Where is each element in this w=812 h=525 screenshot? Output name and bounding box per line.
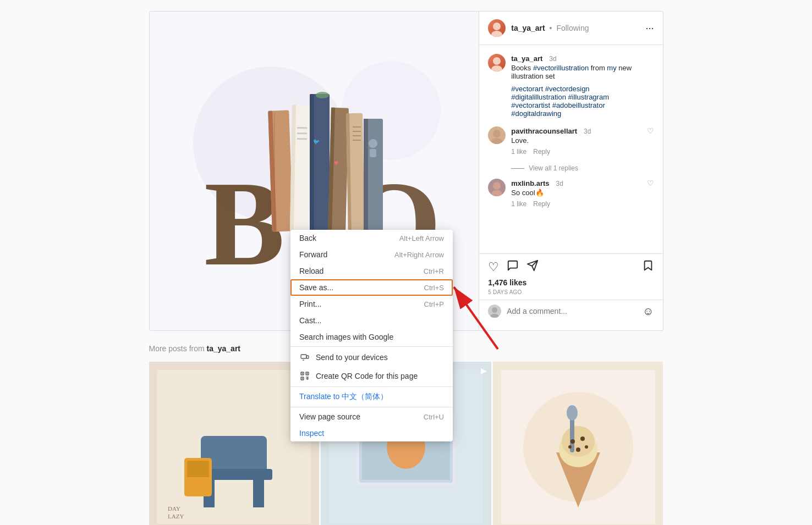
comment-1-likes: 1 like [511, 148, 526, 156]
hashtag-digital[interactable]: #digitalillustration [511, 93, 566, 101]
create-qr-icon [299, 371, 310, 382]
hashtag-dogitaldrawing[interactable]: #dogitaldrawing [511, 109, 561, 118]
hashtag-adobeillustrator[interactable]: #adobeillustrator [552, 101, 605, 109]
view-replies-label[interactable]: View all 1 replies [529, 164, 578, 172]
context-menu-save-as[interactable]: Save as... Ctrl+S [290, 279, 453, 296]
main-post-comment: ta_ya_art 3d Books #vectorillustration f… [488, 54, 654, 118]
svg-point-30 [493, 23, 501, 30]
post-sidebar: ta_ya_art • Following ··· ta_ya_art 3d [479, 12, 662, 330]
like-button[interactable]: ♡ [488, 260, 499, 274]
svg-rect-12 [297, 138, 307, 140]
svg-point-29 [316, 92, 329, 98]
svg-point-68 [570, 439, 575, 444]
hashtag-vectorartist[interactable]: #vectorartist [511, 101, 550, 109]
context-print-label: Print... [299, 300, 424, 308]
svg-text:LAZY: LAZY [168, 513, 184, 520]
add-comment-area: ☺ [479, 300, 662, 322]
context-menu-inspect[interactable]: Inspect [290, 425, 453, 441]
svg-rect-80 [307, 373, 308, 374]
context-reload-shortcut: Ctrl+R [424, 267, 444, 275]
comment-1-actions: 1 like Reply [511, 148, 646, 156]
header-user-info: ta_ya_art • Following [511, 24, 589, 32]
svg-point-37 [491, 190, 502, 196]
comments-area[interactable]: ta_ya_art 3d Books #vectorillustration f… [479, 45, 662, 254]
context-menu-reload[interactable]: Reload Ctrl+R [290, 263, 453, 279]
main-comment-hashtags: #vectorart #vectordesign #digitalillustr… [511, 85, 654, 118]
svg-point-67 [567, 405, 578, 421]
context-forward-label: Forward [299, 250, 394, 259]
comment-1-text: Love. [511, 136, 646, 145]
svg-point-40 [492, 307, 497, 313]
svg-rect-81 [302, 378, 303, 379]
share-button[interactable] [526, 259, 539, 275]
svg-rect-46 [253, 480, 264, 507]
post-time: 5 DAYS AGO [479, 289, 662, 300]
context-save-as-shortcut: Ctrl+S [424, 284, 444, 292]
svg-point-32 [493, 57, 501, 65]
main-comment-username[interactable]: ta_ya_art [511, 54, 542, 63]
svg-point-27 [369, 139, 377, 148]
view-all-replies[interactable]: View all 1 replies [511, 164, 654, 172]
more-posts-username[interactable]: ta_ya_art [207, 344, 241, 353]
svg-point-41 [490, 314, 499, 318]
comment-button[interactable] [507, 259, 519, 275]
context-menu-translate[interactable]: Translate to 中文（简体） [290, 388, 453, 406]
comment-2-reply-btn[interactable]: Reply [533, 200, 550, 208]
emoji-button[interactable]: ☺ [643, 305, 654, 318]
context-menu-forward[interactable]: Forward Alt+Right Arrow [290, 246, 453, 263]
comment-2-username[interactable]: mxlinb.arts [511, 179, 549, 187]
svg-point-35 [491, 138, 502, 144]
context-cast-label: Cast... [299, 316, 444, 325]
context-menu[interactable]: Back Alt+Left Arrow Forward Alt+Right Ar… [290, 230, 453, 441]
comment-1-username[interactable]: pavithracounsellart [511, 127, 577, 135]
hashtag-vectorillustration[interactable]: #vectorillustration [533, 64, 589, 72]
header-following[interactable]: Following [556, 24, 589, 32]
comment-2-likes: 1 like [511, 200, 526, 208]
context-back-label: Back [299, 234, 399, 242]
context-view-source-shortcut: Ctrl+U [424, 413, 444, 421]
header-username[interactable]: ta_ya_art [511, 24, 545, 32]
svg-rect-73 [301, 355, 306, 358]
comment-2: mxlinb.arts 3d So cool🔥 1 like Reply ♡ [488, 179, 654, 208]
comment-1-reply-btn[interactable]: Reply [533, 148, 550, 156]
comment-2-content: mxlinb.arts 3d So cool🔥 1 like Reply [511, 179, 646, 208]
context-menu-view-source[interactable]: View page source Ctrl+U [290, 408, 453, 425]
context-menu-cast[interactable]: Cast... [290, 312, 453, 329]
post-author-avatar [488, 54, 506, 71]
comment-input[interactable] [507, 307, 643, 316]
likes-count: 1,476 likes [479, 278, 662, 289]
svg-point-34 [493, 130, 501, 137]
more-options-button[interactable]: ··· [645, 23, 654, 33]
context-menu-print[interactable]: Print... Ctrl+P [290, 296, 453, 312]
hashtag-illustragram[interactable]: #illustragram [568, 93, 609, 101]
context-view-source-label: View page source [299, 412, 424, 421]
more-post-thumb-3[interactable] [493, 362, 663, 525]
context-menu-search-images[interactable]: Search images with Google [290, 329, 453, 345]
context-save-as-label: Save as... [299, 283, 424, 292]
context-forward-shortcut: Alt+Right Arrow [394, 251, 444, 259]
main-comment-text: Books #vectorillustration from my new il… [511, 64, 654, 80]
comment-2-actions: 1 like Reply [511, 200, 646, 208]
comment-1-avatar [488, 126, 506, 144]
context-print-shortcut: Ctrl+P [424, 300, 444, 308]
hashtag-vectordesign[interactable]: #vectordesign [545, 85, 590, 93]
comment-1-content: pavithracounsellart 3d Love. 1 like Repl… [511, 126, 646, 156]
context-menu-send-devices[interactable]: Send to your devices [290, 348, 453, 367]
context-menu-back[interactable]: Back Alt+Left Arrow [290, 230, 453, 246]
svg-point-72 [585, 445, 588, 449]
svg-rect-28 [370, 149, 376, 157]
svg-point-33 [491, 65, 502, 71]
context-menu-create-qr[interactable]: Create QR Code for this page [290, 367, 453, 385]
main-comment-content: ta_ya_art 3d Books #vectorillustration f… [511, 54, 654, 118]
comment-1: pavithracounsellart 3d Love. 1 like Repl… [488, 126, 654, 156]
comment-1-like-icon[interactable]: ♡ [647, 126, 654, 135]
context-back-shortcut: Alt+Left Arrow [399, 234, 444, 242]
hashtag-vectorart[interactable]: #vectorart [511, 85, 543, 93]
bookmark-button[interactable] [642, 259, 654, 275]
svg-rect-79 [302, 373, 303, 374]
svg-rect-74 [306, 356, 309, 358]
comment-2-like-icon[interactable]: ♡ [647, 179, 654, 187]
context-menu-sep-3 [290, 407, 453, 407]
context-menu-sep-1 [290, 346, 453, 347]
avatar [488, 19, 506, 37]
